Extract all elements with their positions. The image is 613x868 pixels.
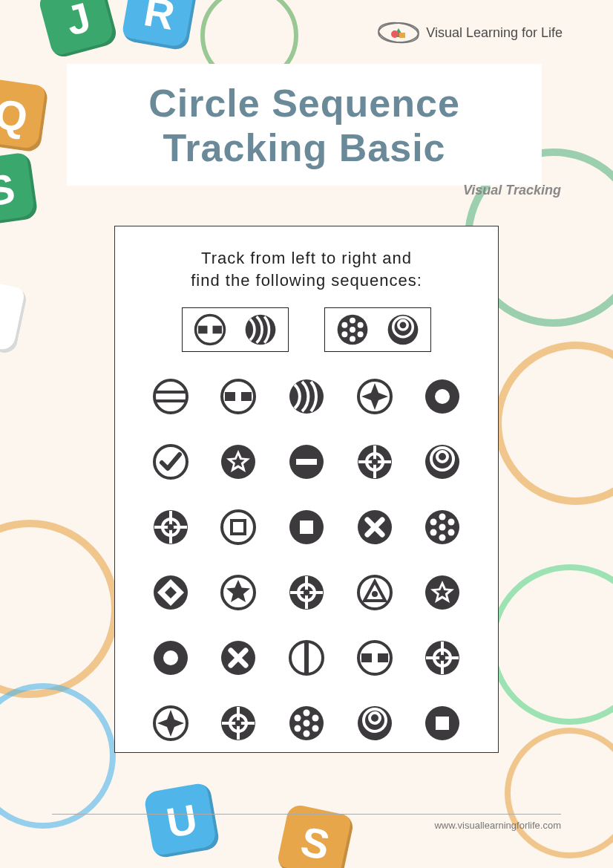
- symbol-h-gap: [219, 377, 258, 416]
- symbol-target-plus: [287, 573, 326, 612]
- symbol-concentric: [355, 704, 394, 743]
- symbol-triangle: [355, 573, 394, 612]
- worksheet-panel: Track from left to right and find the fo…: [114, 226, 499, 753]
- symbol-concentric: [386, 313, 420, 347]
- instruction-line-2: find the following sequences:: [142, 270, 471, 292]
- symbol-dots6: [287, 704, 326, 743]
- symbol-donut: [151, 639, 190, 677]
- footer-divider: [52, 814, 561, 815]
- symbol-square-solid: [287, 508, 326, 546]
- target-sequence-1: [182, 307, 289, 352]
- symbol-target-plus: [219, 704, 258, 743]
- symbol-target-plus: [355, 443, 394, 481]
- symbol-h-lines: [151, 377, 190, 416]
- footer-url: www.visuallearningforlife.com: [434, 820, 561, 831]
- brand-name: Visual Learning for Life: [426, 25, 563, 41]
- category-label: Visual Tracking: [463, 183, 561, 198]
- title-line-2: Tracking Basic: [82, 126, 527, 171]
- instruction-line-1: Track from left to right and: [142, 247, 471, 270]
- symbol-star5-solid: [423, 573, 462, 612]
- svg-rect-4: [399, 33, 405, 38]
- symbol-concentric: [423, 443, 462, 481]
- symbol-dots6: [335, 313, 370, 347]
- symbol-donut: [423, 377, 462, 416]
- symbol-v-line: [287, 639, 326, 677]
- symbol-waves: [287, 377, 326, 416]
- symbol-target-plus: [423, 639, 462, 677]
- title-card: Circle Sequence Tracking Basic: [67, 64, 542, 186]
- svg-point-3: [391, 30, 399, 38]
- symbol-target-plus: [151, 508, 190, 546]
- symbol-h-gap: [355, 639, 394, 677]
- symbol-diamond-gap: [151, 573, 190, 612]
- symbol-grid: [142, 377, 471, 743]
- symbol-star5-solid: [219, 443, 258, 481]
- target-sequences: [142, 307, 471, 352]
- symbol-star4-solid: [355, 377, 394, 416]
- symbol-star4-solid: [151, 704, 190, 743]
- symbol-dots6: [423, 508, 462, 546]
- symbol-star5-outline: [219, 573, 258, 612]
- symbol-x-solid: [219, 639, 258, 677]
- symbol-square-outline: [219, 508, 258, 546]
- target-sequence-2: [324, 307, 431, 352]
- symbol-check: [151, 443, 190, 481]
- symbol-x-solid: [355, 508, 394, 546]
- instruction-text: Track from left to right and find the fo…: [142, 247, 471, 291]
- brand-logo: Visual Learning for Life: [377, 21, 563, 45]
- title-line-1: Circle Sequence: [82, 82, 527, 126]
- symbol-minus-solid: [287, 443, 326, 481]
- symbol-waves: [243, 313, 278, 347]
- page-title: Circle Sequence Tracking Basic: [82, 82, 527, 171]
- symbol-h-gap: [193, 313, 227, 347]
- eye-icon: [377, 21, 420, 45]
- symbol-square-solid: [423, 704, 462, 743]
